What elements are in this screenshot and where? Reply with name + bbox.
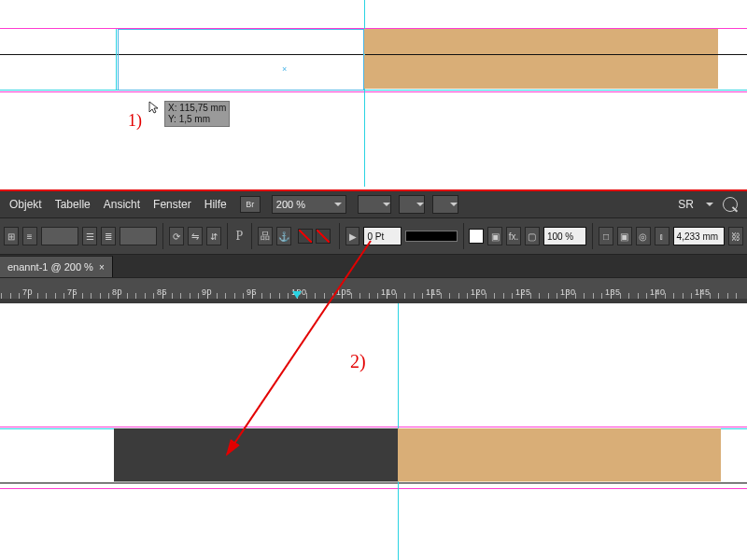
annotation-1: 1): [128, 112, 142, 129]
align-icon-2[interactable]: ☰: [82, 227, 97, 245]
tab-title: enannt-1 @ 200 %: [7, 261, 93, 273]
align-icon-3[interactable]: ≣: [101, 227, 116, 245]
zoom-value: 200 %: [276, 199, 305, 210]
ruler-label: 110: [381, 287, 397, 297]
tooltip-x: X: 115,75 mm: [168, 103, 226, 114]
arrange-dropdown[interactable]: [432, 195, 458, 214]
chevron-down-icon: [334, 203, 342, 206]
stroke-none-swatch[interactable]: [316, 229, 331, 244]
textwrap-shape-icon[interactable]: ◎: [636, 227, 651, 245]
paragraph-icon[interactable]: P: [233, 228, 247, 245]
rotate-icon[interactable]: ⟳: [169, 227, 184, 245]
tooltip-y: Y: 1,5 mm: [168, 114, 226, 125]
lower-canvas[interactable]: 2): [0, 303, 747, 560]
control-strip: ⊞ ≡ ☰ ≣ ⟳ ⇋ ⇵ P 品 ⚓ ▶ 0 Pt ▣: [0, 217, 747, 255]
cursor-arrow-icon: [148, 101, 162, 114]
flip-v-icon[interactable]: ⇵: [206, 227, 221, 245]
hierarchy-icon[interactable]: 品: [258, 227, 273, 245]
fill-none-swatch[interactable]: [298, 229, 313, 244]
align-icon-1[interactable]: ≡: [22, 227, 37, 245]
app-band: Objekt Tabelle Ansicht Fenster Hilfe Br …: [0, 191, 747, 303]
stroke-style-swatch[interactable]: [405, 231, 458, 242]
para-style-combo-1[interactable]: [41, 227, 78, 245]
dimension-field[interactable]: 4,233 mm: [673, 227, 726, 245]
ruler-label: 105: [336, 287, 352, 297]
annotation-2: 2): [350, 352, 366, 371]
ruler-label: 115: [426, 287, 442, 297]
ruler-label: 135: [605, 287, 621, 297]
wrap-icon-1[interactable]: ▣: [487, 227, 502, 245]
opacity-field[interactable]: 100 %: [543, 227, 586, 245]
ruler-label: 140: [650, 287, 666, 297]
textwrap-none-icon[interactable]: □: [599, 227, 613, 245]
document-tab-bar: enannt-1 @ 200 % ×: [0, 255, 747, 278]
textwrap-jump-icon[interactable]: ⫾: [655, 227, 669, 245]
stroke-weight-field[interactable]: 0 Pt: [363, 227, 401, 245]
horizontal-ruler[interactable]: 6570758085909510010511011512012513013514…: [0, 277, 747, 299]
view-mode-dropdown[interactable]: [358, 195, 391, 214]
textwrap-bbox-icon[interactable]: ▣: [617, 227, 632, 245]
link-icon[interactable]: ⛓: [728, 227, 743, 245]
ruler-label: 120: [471, 287, 486, 297]
selected-frame[interactable]: [118, 29, 364, 91]
zoom-combo[interactable]: 200 %: [272, 195, 346, 214]
position-tooltip: X: 115,75 mm Y: 1,5 mm: [164, 101, 230, 127]
fill-color-swatch[interactable]: [469, 229, 484, 244]
dark-cell[interactable]: [114, 428, 398, 482]
ruler-label: 125: [515, 287, 531, 297]
tan-cell-lower[interactable]: [398, 428, 721, 482]
tab-close-icon[interactable]: ×: [99, 262, 105, 273]
anchor-icon[interactable]: ⚓: [276, 227, 291, 245]
search-icon[interactable]: [723, 197, 738, 212]
upper-canvas[interactable]: × X: 115,75 mm Y: 1,5 mm 1): [0, 0, 747, 187]
bridge-button[interactable]: Br: [240, 196, 261, 213]
fx-button[interactable]: fx.: [506, 227, 521, 245]
menu-ansicht[interactable]: Ansicht: [104, 198, 140, 211]
ruler-indicator-icon: [292, 291, 302, 299]
wrap-icon-2[interactable]: ▢: [525, 227, 540, 245]
flip-h-icon[interactable]: ⇋: [188, 227, 203, 245]
arrow-right-icon[interactable]: ▶: [345, 227, 360, 245]
chevron-down-icon: [706, 203, 713, 206]
menu-fenster[interactable]: Fenster: [153, 198, 191, 211]
workspace-label[interactable]: SR: [678, 198, 694, 211]
menu-objekt[interactable]: Objekt: [9, 198, 42, 211]
document-tab[interactable]: enannt-1 @ 200 % ×: [0, 256, 113, 277]
ruler-label: 130: [560, 287, 576, 297]
menu-bar: Objekt Tabelle Ansicht Fenster Hilfe Br …: [0, 191, 747, 217]
menu-hilfe[interactable]: Hilfe: [204, 198, 227, 211]
menu-tabelle[interactable]: Tabelle: [55, 198, 91, 211]
para-style-combo-2[interactable]: [120, 227, 157, 245]
selection-center-marker: ×: [282, 65, 287, 74]
ref-point-icon[interactable]: ⊞: [4, 227, 19, 245]
ruler-label: 145: [695, 287, 711, 297]
screen-mode-dropdown[interactable]: [399, 195, 425, 214]
